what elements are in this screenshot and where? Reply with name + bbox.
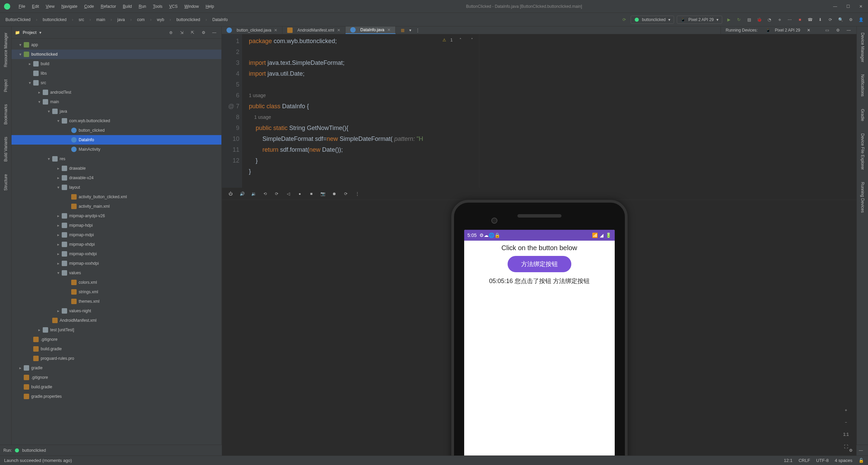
sdk-icon[interactable]: ⬇ bbox=[816, 16, 824, 23]
tree-item-build-gradle[interactable]: build.gradle bbox=[12, 382, 221, 392]
tool-device-file-explorer[interactable]: Device File Explorer bbox=[860, 131, 865, 172]
hide-icon[interactable]: — bbox=[845, 26, 852, 34]
menu-refactor[interactable]: Refactor bbox=[98, 3, 119, 10]
close-icon[interactable]: ✕ bbox=[387, 27, 391, 32]
breadcrumb-item[interactable]: src bbox=[77, 17, 86, 23]
target-icon[interactable]: ⊚ bbox=[167, 29, 175, 36]
tree-item-gradle[interactable]: ▸gradle bbox=[12, 363, 221, 373]
debug-restart-icon[interactable]: ↻ bbox=[735, 16, 743, 23]
close-icon[interactable]: ✕ bbox=[807, 28, 810, 33]
breadcrumb-item[interactable]: buttonclicked bbox=[174, 17, 202, 23]
screenshot-icon[interactable]: 📷 bbox=[319, 190, 327, 198]
record-icon[interactable]: ⏺ bbox=[331, 190, 338, 198]
zoom-fit-icon[interactable]: 1:1 bbox=[842, 431, 850, 438]
tree-item-build[interactable]: ▸build bbox=[12, 59, 221, 69]
breadcrumb-item[interactable]: ButtonClicked bbox=[3, 17, 33, 23]
phone-screen[interactable]: 5:05 ⚙ ☁ 🌐 🔒 📶 ◢ 🔋 Cli bbox=[464, 230, 615, 465]
tree-item-mainactivity[interactable]: MainActivity bbox=[12, 145, 221, 154]
menu-file[interactable]: File bbox=[16, 3, 28, 10]
stop-icon[interactable]: ■ bbox=[796, 16, 804, 23]
avd-icon[interactable]: ☎ bbox=[806, 16, 814, 23]
method-bind-button[interactable]: 方法绑定按钮 bbox=[508, 256, 571, 272]
tool-structure[interactable]: Structure bbox=[3, 171, 8, 193]
file-encoding[interactable]: UTF-8 bbox=[816, 458, 829, 463]
run-icon[interactable]: ▶ bbox=[725, 16, 732, 23]
tab-button-clicked-java[interactable]: button_clicked.java✕ bbox=[222, 26, 282, 34]
breadcrumb-item[interactable]: com bbox=[135, 17, 147, 23]
rotate-left-icon[interactable]: ⟲ bbox=[261, 190, 269, 198]
tree-item-colors-xml[interactable]: colors.xml bbox=[12, 278, 221, 287]
tree-item-res[interactable]: ▾res bbox=[12, 154, 221, 164]
running-device-name[interactable]: Pixel 2 API 29 bbox=[775, 28, 800, 33]
more-icon[interactable]: ⋮ bbox=[414, 26, 421, 34]
tree-item-mipmap-anydpi-v26[interactable]: ▸mipmap-anydpi-v26 bbox=[12, 211, 221, 221]
breadcrumb-item[interactable]: main bbox=[94, 17, 107, 23]
tool-gradle[interactable]: Gradle bbox=[860, 106, 865, 124]
rotate-right-icon[interactable]: ⟳ bbox=[273, 190, 280, 198]
tree-item-src[interactable]: ▾src bbox=[12, 78, 221, 88]
run-config-selector[interactable]: buttonclicked ▾ bbox=[631, 16, 674, 24]
menu-edit[interactable]: Edit bbox=[29, 3, 42, 10]
line-separator[interactable]: CRLF bbox=[798, 458, 810, 463]
tool-running-devices[interactable]: Running Devices bbox=[860, 179, 865, 216]
snapshot-icon[interactable]: ⟳ bbox=[342, 190, 350, 198]
tree-item-mipmap-mdpi[interactable]: ▸mipmap-mdpi bbox=[12, 230, 221, 240]
tree-item-mipmap-hdpi[interactable]: ▸mipmap-hdpi bbox=[12, 221, 221, 230]
device-selector[interactable]: 📱 Pixel 2 API 29 ▾ bbox=[677, 16, 722, 24]
tree-item-libs[interactable]: libs bbox=[12, 69, 221, 78]
settings-icon[interactable]: ⚙ bbox=[847, 16, 854, 23]
tool-bookmarks[interactable]: Bookmarks bbox=[3, 101, 8, 127]
chevron-down-icon[interactable]: ▾ bbox=[409, 28, 411, 33]
debug-icon[interactable]: 🐞 bbox=[755, 16, 763, 23]
coverage-icon[interactable]: ▤ bbox=[745, 16, 753, 23]
menu-build[interactable]: Build bbox=[120, 3, 135, 10]
tree-item-androidtest[interactable]: ▸androidTest bbox=[12, 88, 221, 97]
tree-item-test-unittest-[interactable]: ▸test [unitTest] bbox=[12, 325, 221, 335]
overview-icon[interactable]: ■ bbox=[308, 190, 315, 198]
lock-icon[interactable]: 🔓 bbox=[859, 458, 864, 463]
tool-notifications[interactable]: Notifications bbox=[860, 72, 865, 99]
window-icon[interactable]: ▭ bbox=[823, 26, 831, 34]
tree-item-proguard-rules-pro[interactable]: proguard-rules.pro bbox=[12, 354, 221, 363]
menu-help[interactable]: Help bbox=[203, 3, 217, 10]
zoom-out-icon[interactable]: － bbox=[842, 418, 850, 426]
breadcrumb-item[interactable]: java bbox=[115, 17, 127, 23]
tree-item-values[interactable]: ▾values bbox=[12, 268, 221, 278]
menu-view[interactable]: View bbox=[43, 3, 57, 10]
menu-navigate[interactable]: Navigate bbox=[59, 3, 80, 10]
tool-device-manager[interactable]: Device Manager bbox=[860, 30, 865, 65]
power-icon[interactable]: ⏻ bbox=[227, 190, 234, 198]
menu-tools[interactable]: Tools bbox=[150, 3, 165, 10]
tree-item-drawable[interactable]: ▸drawable bbox=[12, 164, 221, 173]
tree-item-gradle-properties[interactable]: gradle.properties bbox=[12, 392, 221, 401]
tree-item-buttonclicked[interactable]: ▾buttonclicked bbox=[12, 50, 221, 59]
tree-item-mipmap-xxxhdpi[interactable]: ▸mipmap-xxxhdpi bbox=[12, 259, 221, 268]
tool-project[interactable]: Project bbox=[3, 77, 8, 95]
tree-item-themes-xml[interactable]: themes.xml bbox=[12, 297, 221, 306]
breadcrumb-item[interactable]: wyb bbox=[155, 17, 166, 23]
tool-resource-manager[interactable]: Resource Manager bbox=[3, 30, 8, 70]
tab-datainfo-java[interactable]: DataInfo.java✕ bbox=[346, 26, 396, 34]
zoom-in-icon[interactable]: ＋ bbox=[842, 406, 850, 414]
more-icon[interactable]: ⋯ bbox=[786, 16, 793, 23]
close-icon[interactable]: ✕ bbox=[274, 28, 277, 33]
attach-icon[interactable]: ⎆ bbox=[776, 16, 783, 23]
tree-item--gitignore[interactable]: .gitignore bbox=[12, 335, 221, 344]
more-icon[interactable]: ⋮ bbox=[354, 190, 361, 198]
project-panel-title[interactable]: Project bbox=[23, 30, 37, 35]
tree-item-button-clicked[interactable]: button_clicked bbox=[12, 126, 221, 135]
close-icon[interactable]: ✕ bbox=[337, 28, 340, 33]
code-content[interactable]: package com.wyb.buttonclicked; import ja… bbox=[242, 34, 479, 188]
overflow-icon[interactable]: ▦ bbox=[399, 26, 407, 34]
close-icon[interactable]: ✕ bbox=[857, 3, 865, 10]
gradle-sync-icon[interactable]: ⟳ bbox=[827, 16, 834, 23]
tree-item-layout[interactable]: ▾layout bbox=[12, 183, 221, 192]
hide-icon[interactable]: — bbox=[857, 447, 865, 454]
tree-item-androidmanifest-xml[interactable]: AndroidManifest.xml bbox=[12, 316, 221, 325]
maximize-icon[interactable]: ☐ bbox=[844, 3, 852, 10]
expand-icon[interactable]: ⇲ bbox=[178, 29, 185, 36]
tree-item-datainfo[interactable]: DataInfo bbox=[12, 135, 221, 145]
search-icon[interactable]: 🔍 bbox=[837, 16, 844, 23]
tree-item-app[interactable]: ▾app bbox=[12, 40, 221, 50]
tree-item-com-wyb-buttonclicked[interactable]: ▾com.wyb.buttonclicked bbox=[12, 116, 221, 126]
